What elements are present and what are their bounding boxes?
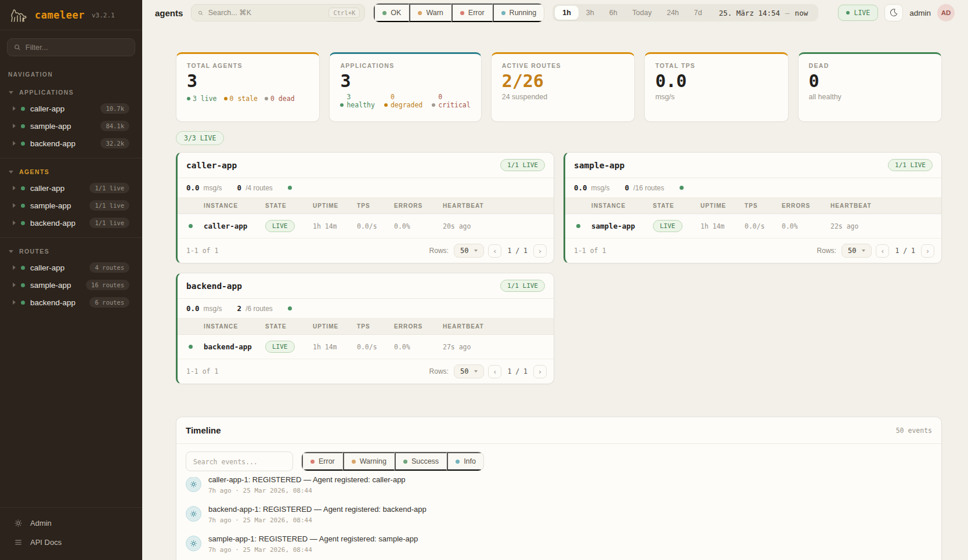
section-header-routes[interactable]: ROUTES bbox=[0, 244, 142, 259]
timeline-toolbar: Error Warning Success Info bbox=[176, 444, 941, 477]
app-tps-value: 0.0 bbox=[574, 183, 587, 192]
next-page-button[interactable]: › bbox=[533, 365, 547, 378]
range-7d[interactable]: 7d bbox=[687, 6, 710, 20]
collapse-caret-icon bbox=[9, 91, 13, 94]
stat-card-dead: DEAD 0 all healthy bbox=[798, 52, 942, 122]
table-row[interactable]: backend-app LIVE 1h 14m 0.0/s 0.0% 27s a… bbox=[178, 335, 554, 359]
col-errors: ERRORS bbox=[394, 323, 443, 330]
live-toggle[interactable]: LIVE bbox=[838, 5, 879, 21]
filter-chip-info[interactable]: Info bbox=[447, 452, 483, 471]
logo[interactable]: cameleer v3.2.1 bbox=[0, 0, 142, 30]
errors-value: 0.0% bbox=[394, 343, 443, 351]
range-6h[interactable]: 6h bbox=[602, 6, 625, 20]
instance-name: sample-app bbox=[591, 222, 653, 230]
sidebar-filter-input[interactable] bbox=[26, 43, 128, 52]
app-health-dot bbox=[680, 186, 684, 190]
camel-logo-icon bbox=[8, 6, 29, 24]
rows-label: Rows: bbox=[429, 367, 449, 375]
filter-chip-ok[interactable]: OK bbox=[374, 3, 409, 22]
range-3h[interactable]: 3h bbox=[579, 6, 602, 20]
divider bbox=[0, 237, 142, 238]
heartbeat-value: 20s ago bbox=[443, 222, 554, 230]
section-header-agents[interactable]: AGENTS bbox=[0, 164, 142, 179]
section-label: AGENTS bbox=[19, 168, 49, 175]
timeline-event[interactable]: backend-app-1: REGISTERED — Agent regist… bbox=[186, 500, 932, 529]
filter-chip-error[interactable]: Error bbox=[302, 452, 343, 471]
info-dot bbox=[456, 460, 460, 464]
running-dot bbox=[501, 11, 505, 15]
timeline-event[interactable]: caller-app-1: REGISTERED — Agent registe… bbox=[186, 477, 932, 500]
api-docs-link[interactable]: API Docs bbox=[0, 533, 142, 552]
degraded-dot bbox=[384, 103, 388, 107]
page-indicator: 1 / 1 bbox=[507, 367, 528, 375]
agents-dead: 0 dead bbox=[270, 95, 295, 103]
sidebar-item-caller-app[interactable]: caller-app 10.7k bbox=[0, 100, 142, 117]
table-row[interactable]: sample-app LIVE 1h 14m 0.0/s 0.0% 22s ag… bbox=[565, 214, 941, 239]
timeline-events-list[interactable]: caller-app-1: REGISTERED — Agent registe… bbox=[176, 477, 941, 560]
col-uptime: UPTIME bbox=[313, 203, 357, 209]
prev-page-button[interactable]: ‹ bbox=[488, 244, 501, 258]
item-label: sample-app bbox=[30, 122, 71, 131]
filter-chip-warn[interactable]: Warn bbox=[409, 3, 451, 22]
filter-chip-running[interactable]: Running bbox=[493, 3, 544, 22]
prev-page-button[interactable]: ‹ bbox=[488, 365, 501, 378]
app-tps-value: 0.0 bbox=[186, 304, 200, 313]
filter-chip-warning[interactable]: Warning bbox=[343, 452, 395, 471]
avatar[interactable]: AD bbox=[937, 4, 955, 21]
sidebar-item-sample-app-agent[interactable]: sample-app 1/1 live bbox=[0, 197, 142, 214]
sidebar-item-backend-app-agent[interactable]: backend-app 1/1 live bbox=[0, 214, 142, 232]
chevron-right-icon bbox=[13, 124, 16, 128]
chevron-right-icon bbox=[13, 221, 16, 225]
col-uptime: UPTIME bbox=[313, 323, 357, 330]
filter-chip-success[interactable]: Success bbox=[395, 452, 447, 471]
moon-icon bbox=[889, 8, 898, 17]
prev-page-button[interactable]: ‹ bbox=[876, 244, 889, 258]
timeline-event[interactable]: sample-app-1: REGISTERED — Agent registe… bbox=[186, 529, 932, 559]
global-search-input[interactable] bbox=[208, 9, 324, 17]
rows-per-page-select[interactable]: 50 bbox=[454, 364, 484, 378]
stat-title: ACTIVE ROUTES bbox=[502, 62, 624, 69]
item-label: backend-app bbox=[30, 298, 75, 307]
theme-toggle[interactable] bbox=[884, 4, 903, 21]
tps-value: 0.0/s bbox=[745, 222, 782, 230]
range-24h[interactable]: 24h bbox=[659, 6, 687, 20]
stat-card-total-tps: TOTAL TPS 0.0 msg/s bbox=[644, 52, 788, 122]
rows-per-page-select[interactable]: 50 bbox=[841, 244, 872, 258]
app-tps-value: 0.0 bbox=[186, 183, 200, 192]
range-today[interactable]: Today bbox=[625, 6, 659, 20]
global-search[interactable]: Ctrl+K bbox=[191, 4, 365, 21]
agents-stale: 0 stale bbox=[230, 95, 258, 103]
ok-dot bbox=[382, 11, 387, 15]
stat-value: 0.0 bbox=[655, 71, 777, 91]
sidebar-item-sample-app[interactable]: sample-app 84.1k bbox=[0, 117, 142, 135]
item-badge: 1/1 live bbox=[89, 183, 129, 193]
events-search[interactable] bbox=[186, 451, 293, 471]
sidebar-item-backend-app[interactable]: backend-app 32.2k bbox=[0, 135, 142, 152]
chip-label: Success bbox=[411, 457, 439, 465]
next-page-button[interactable]: › bbox=[921, 244, 934, 258]
app-tps-unit: msg/s bbox=[591, 184, 610, 192]
sidebar-item-sample-app-routes[interactable]: sample-app 16 routes bbox=[0, 276, 142, 294]
app-routes-active: 0 bbox=[237, 183, 242, 192]
sidebar-item-caller-app-routes[interactable]: caller-app 4 routes bbox=[0, 259, 142, 276]
table-header: INSTANCE STATE UPTIME TPS ERRORS HEARTBE… bbox=[178, 319, 554, 335]
critical-label: critical bbox=[438, 101, 470, 109]
sidebar-item-caller-app-agent[interactable]: caller-app 1/1 live bbox=[0, 179, 142, 197]
warn-dot bbox=[418, 11, 422, 15]
col-tps: TPS bbox=[357, 203, 394, 209]
range-1h[interactable]: 1h bbox=[555, 6, 579, 20]
events-search-input[interactable] bbox=[193, 458, 286, 466]
sidebar-item-backend-app-routes[interactable]: backend-app 6 routes bbox=[0, 294, 142, 311]
filter-chip-error[interactable]: Error bbox=[452, 3, 493, 22]
event-gear-icon bbox=[186, 477, 201, 492]
table-row[interactable]: caller-app LIVE 1h 14m 0.0/s 0.0% 20s ag… bbox=[178, 214, 554, 239]
admin-link[interactable]: Admin bbox=[0, 514, 142, 533]
rows-per-page-select[interactable]: 50 bbox=[454, 244, 484, 258]
header-right: LIVE admin AD bbox=[838, 4, 955, 21]
next-page-button[interactable]: › bbox=[533, 244, 547, 258]
sidebar-filter[interactable] bbox=[7, 38, 135, 56]
pagination-range: 1-1 of 1 bbox=[574, 247, 606, 255]
app-cards-grid: caller-app 1/1 LIVE 0.0msg/s 0/4 routes … bbox=[176, 152, 942, 384]
col-errors: ERRORS bbox=[394, 203, 443, 209]
section-header-applications[interactable]: APPLICATIONS bbox=[0, 85, 142, 100]
